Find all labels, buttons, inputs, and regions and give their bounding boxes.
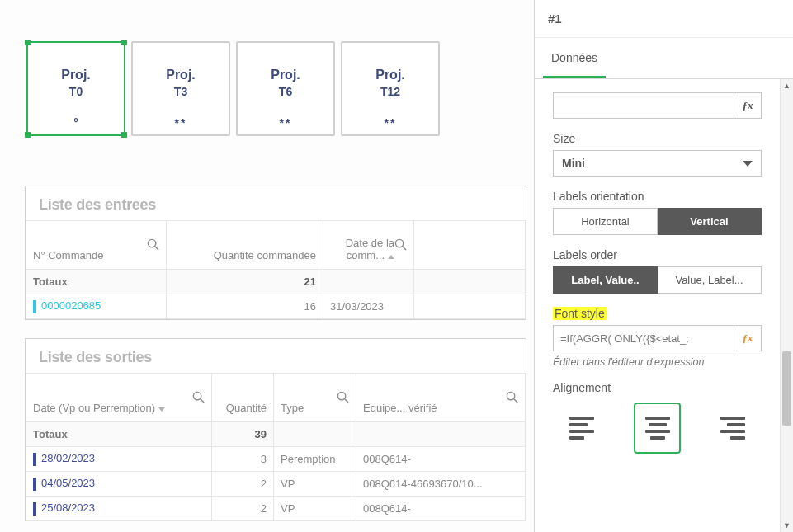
svg-line-1: [155, 246, 158, 249]
kpi-card-title: Proj.: [375, 68, 405, 82]
svg-point-6: [337, 392, 345, 399]
kpi-card-footnote: **: [385, 116, 397, 129]
cell-commande: 0000020685: [41, 299, 101, 312]
align-right-icon: [720, 417, 745, 440]
status-bar-icon: [33, 453, 36, 466]
svg-point-4: [193, 392, 201, 399]
svg-line-7: [345, 398, 348, 402]
kpi-card-subtitle: T6: [279, 85, 292, 98]
orientation-horizontal[interactable]: Horizontal: [553, 208, 658, 235]
table-row[interactable]: 28/02/2023 3 Peremption 008Q614-: [26, 447, 526, 472]
align-center-button[interactable]: [634, 403, 682, 454]
table-row[interactable]: 0000020685 16 31/03/2023: [26, 294, 526, 319]
col-header-qty[interactable]: Quantité: [226, 402, 267, 415]
panel-header: #1: [535, 0, 793, 38]
search-icon[interactable]: [147, 238, 159, 251]
col-header-commande[interactable]: N° Commande: [33, 249, 103, 262]
font-style-expression-input[interactable]: [553, 325, 734, 351]
status-bar-icon: [33, 478, 36, 491]
svg-line-9: [514, 398, 517, 402]
orientation-segmented: Horizontal Vertical: [553, 208, 762, 235]
cell-qty: 2: [212, 472, 274, 497]
table-title: Liste des entrees: [26, 186, 526, 220]
sort-desc-icon: [158, 407, 165, 412]
align-left-icon: [569, 417, 594, 440]
cell-qty: 3: [212, 447, 274, 472]
table-sorties[interactable]: Liste des sorties Date (Vp ou Perremptio…: [25, 338, 526, 521]
align-center-icon: [645, 417, 670, 440]
cell-type: Peremption: [274, 447, 356, 472]
search-icon[interactable]: [506, 391, 518, 403]
kpi-card-subtitle: T12: [380, 85, 400, 98]
kpi-card-t6[interactable]: Proj. T6 **: [236, 41, 335, 136]
order-label-value[interactable]: Label, Value..: [553, 266, 658, 294]
status-bar-icon: [33, 502, 36, 516]
sort-asc-icon: [388, 255, 394, 259]
kpi-cards-row: Proj. T0 ° Proj. T3 ** Proj. T6 ** Proj.…: [26, 41, 440, 136]
size-label: Size: [553, 132, 762, 145]
kpi-card-subtitle: T3: [174, 85, 187, 98]
fx-button[interactable]: ƒx: [734, 325, 762, 351]
kpi-card-title: Proj.: [61, 68, 91, 82]
scroll-down-icon[interactable]: ▼: [781, 519, 793, 532]
search-icon[interactable]: [192, 391, 205, 403]
kpi-card-t0[interactable]: Proj. T0 °: [26, 41, 125, 136]
col-header-type[interactable]: Type: [281, 402, 304, 415]
cell-qty: 2: [212, 497, 274, 521]
svg-point-0: [148, 239, 155, 247]
table-totals-row: Totaux 21: [26, 270, 526, 294]
kpi-card-t3[interactable]: Proj. T3 **: [131, 41, 230, 136]
sheet-canvas[interactable]: Proj. T0 ° Proj. T3 ** Proj. T6 ** Proj.…: [0, 0, 534, 532]
svg-line-5: [201, 398, 204, 402]
table-row[interactable]: 25/08/2023 2 VP 008Q614-: [26, 497, 526, 521]
cell-type: VP: [274, 472, 356, 497]
panel-scroll-area: ƒx Size Mini Labels orientation Horizont…: [535, 79, 780, 532]
scrollbar-thumb[interactable]: [782, 351, 791, 426]
order-value-label[interactable]: Value, Label...: [658, 266, 762, 294]
col-header-date-vp[interactable]: Date (Vp ou Perremption): [33, 402, 165, 415]
col-header-date[interactable]: Date de la comm...: [330, 237, 394, 262]
edit-in-expression-editor-link[interactable]: Éditer dans l'éditeur d'expression: [553, 356, 762, 368]
cell-equipe: 008Q614-46693670/10...: [356, 472, 526, 497]
tab-donnees[interactable]: Données: [543, 38, 606, 78]
chevron-down-icon: [743, 161, 753, 167]
kpi-card-title: Proj.: [271, 68, 300, 82]
cell-type: VP: [274, 497, 356, 521]
table-row[interactable]: 04/05/2023 2 VP 008Q614-46693670/10...: [26, 472, 526, 497]
status-bar-icon: [33, 300, 36, 313]
align-left-button[interactable]: [558, 403, 606, 454]
cell-date: 31/03/2023: [323, 294, 414, 319]
col-header-equipe[interactable]: Equipe... vérifié: [363, 402, 437, 415]
kpi-card-subtitle: T0: [69, 85, 83, 98]
search-icon[interactable]: [394, 238, 407, 251]
size-select[interactable]: Mini: [553, 150, 762, 177]
kpi-card-footnote: °: [73, 116, 78, 129]
order-segmented: Label, Value.. Value, Label...: [553, 266, 762, 294]
properties-panel: #1 Données ƒx Size Mini Labels orientati…: [534, 0, 793, 532]
table-entrees[interactable]: Liste des entrees N° Commande Quantité c…: [25, 186, 526, 320]
cell-equipe: 008Q614-: [356, 447, 526, 472]
cell-date: 28/02/2023: [41, 452, 95, 464]
font-style-label: Font style: [553, 307, 607, 320]
panel-tabs: Données: [535, 38, 793, 79]
align-right-button[interactable]: [709, 403, 757, 454]
svg-point-8: [507, 392, 514, 399]
svg-line-3: [403, 246, 406, 249]
cell-date: 25/08/2023: [41, 501, 95, 514]
labels-order-label: Labels order: [553, 248, 762, 261]
search-icon[interactable]: [337, 391, 349, 403]
kpi-card-footnote: **: [280, 116, 292, 129]
svg-point-2: [395, 239, 403, 247]
orientation-vertical[interactable]: Vertical: [658, 208, 762, 235]
labels-orientation-label: Labels orientation: [553, 190, 762, 203]
table-title: Liste des sorties: [26, 339, 526, 373]
expression-input[interactable]: [553, 92, 734, 119]
col-header-qty[interactable]: Quantité commandée: [214, 249, 316, 262]
cell-qty: 16: [167, 294, 323, 319]
panel-scrollbar[interactable]: ▲ ▼: [780, 79, 793, 532]
fx-button[interactable]: ƒx: [734, 92, 762, 119]
scroll-up-icon[interactable]: ▲: [781, 79, 793, 92]
kpi-card-footnote: **: [175, 116, 187, 129]
kpi-card-t12[interactable]: Proj. T12 **: [341, 41, 440, 136]
cell-date: 04/05/2023: [41, 477, 95, 489]
